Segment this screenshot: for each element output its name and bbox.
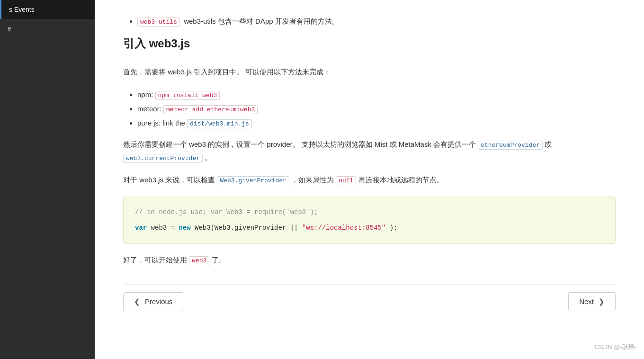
purejs-code: dist/web3.min.js	[187, 119, 252, 128]
sidebar-item-placeholder: e	[0, 19, 95, 38]
sidebar-item-label: s Events	[9, 6, 35, 13]
code-var-name: web3 =	[151, 224, 179, 232]
para2-text1: 然后你需要创建一个 web3 的实例，设置一个 provider。 支持以太坊的…	[123, 140, 476, 148]
main-content: web3-utils web3-utils 包含一些对 DApp 开发者有用的方…	[95, 0, 644, 359]
para2: 然后你需要创建一个 web3 的实例，设置一个 provider。 支持以太坊的…	[123, 138, 616, 165]
nav-buttons: Previous Next	[123, 284, 616, 311]
code-constructor: Web3(Web3.givenProvider ||	[195, 224, 302, 232]
para3-text1: 对于 web3.js 来说，可以检查	[123, 176, 215, 184]
para4-end: 了。	[212, 256, 226, 264]
ethereum-provider-code: ethereumProvider	[478, 141, 543, 150]
sidebar-item-events[interactable]: s Events	[0, 0, 95, 19]
code-line2: var web3 = new Web3(Web3.givenProvider |…	[135, 222, 604, 234]
install-methods-list: npm: npm install web3 meteor: meteor add…	[137, 88, 616, 130]
purejs-label: pure js: link the	[137, 119, 187, 127]
npm-item: npm: npm install web3	[137, 88, 616, 102]
prev-arrow-icon	[134, 297, 142, 306]
intro-bullet-list: web3-utils web3-utils 包含一些对 DApp 开发者有用的方…	[137, 14, 616, 28]
meteor-label: meteor:	[137, 105, 163, 113]
sidebar-item-text: e	[8, 25, 11, 32]
code-new-keyword: new	[179, 224, 190, 232]
previous-label: Previous	[145, 297, 172, 305]
code-string-val: "ws://localhost:8545"	[302, 224, 385, 232]
meteor-code: meteor add ethereum:web3	[163, 105, 258, 114]
watermark: CSDN @-耿瑞-	[595, 343, 636, 351]
meteor-item: meteor: meteor add ethereum:web3	[137, 102, 616, 116]
para3: 对于 web3.js 来说，可以检查 Web3.givenProvider ，如…	[123, 173, 616, 187]
code-block: // in node.js use: var Web3 = require('w…	[123, 197, 616, 244]
null-code: null	[336, 176, 356, 185]
code-var-keyword: var	[135, 224, 147, 232]
next-label: Next	[579, 297, 594, 305]
code-end: );	[390, 224, 398, 232]
web3-final-code: web3	[189, 256, 209, 265]
npm-code: npm install web3	[155, 91, 220, 100]
npm-label: npm:	[137, 90, 155, 99]
para4: 好了，可以开始使用 web3 了。	[123, 253, 616, 267]
para3-end: 再连接本地或远程的节点。	[358, 176, 444, 184]
code-comment: // in node.js use: var Web3 = require('w…	[135, 208, 318, 216]
current-provider-code: web3.currentProvider	[123, 154, 203, 163]
purejs-item: pure js: link the dist/web3.min.js	[137, 116, 616, 130]
intro-bullet-item: web3-utils web3-utils 包含一些对 DApp 开发者有用的方…	[137, 14, 616, 28]
next-arrow-icon	[597, 297, 605, 306]
intro-bullet-text: web3-utils 包含一些对 DApp 开发者有用的方法。	[184, 17, 339, 25]
code-line1: // in node.js use: var Web3 = require('w…	[135, 206, 604, 218]
given-provider-code: Web3.givenProvider	[217, 176, 289, 185]
section-title: 引入 web3.js	[123, 36, 616, 56]
para1: 首先，需要将 web3.js 引入到项目中。 可以使用以下方法来完成：	[123, 65, 616, 79]
previous-button[interactable]: Previous	[123, 292, 183, 311]
para3-mid: ，如果属性为	[291, 176, 336, 184]
para2-or: 或	[545, 140, 552, 148]
para4-text1: 好了，可以开始使用	[123, 256, 187, 264]
next-button[interactable]: Next	[568, 292, 616, 311]
web3-utils-code: web3-utils	[137, 18, 180, 27]
para2-end: 。	[205, 153, 212, 162]
sidebar: s Events e	[0, 0, 95, 359]
